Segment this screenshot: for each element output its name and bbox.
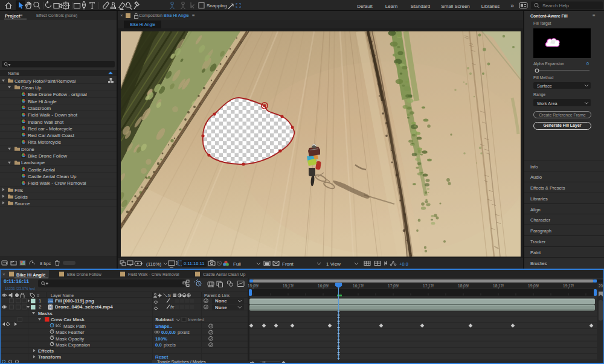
svg-text:Name: Name [8,71,19,75]
svg-text:0.0: 0.0 [155,342,162,348]
svg-text:16:17f: 16:17f [353,284,364,288]
svg-text:fx: fx [168,293,172,298]
svg-text:#: # [37,293,39,298]
svg-text:Full: Full [233,261,241,267]
svg-text:Mask Path: Mask Path [63,324,86,329]
svg-text:pixels: pixels [164,342,176,348]
svg-text:Reset: Reset [155,354,169,360]
svg-text:100%: 100% [155,336,167,342]
svg-text:Libraries: Libraries [481,4,500,9]
svg-text:2: 2 [39,304,42,310]
svg-text:Small Screen: Small Screen [441,4,470,9]
svg-text:Transform: Transform [38,354,61,360]
svg-text:18:17f: 18:17f [493,284,504,288]
svg-text:Masks: Masks [38,311,53,316]
svg-text:Learn: Learn [385,4,397,9]
svg-text:8 bpc: 8 bpc [40,261,51,266]
svg-text:Mask Opacity: Mask Opacity [56,336,84,342]
svg-text:Search Help: Search Help [542,3,570,8]
svg-text:Standard: Standard [411,4,430,9]
svg-text:Crew Car Mask: Crew Car Mask [51,317,85,322]
svg-text:0:11:16:11: 0:11:16:11 [184,261,204,266]
svg-text:Parent & Link: Parent & Link [204,293,230,298]
svg-text:Mask Expansion: Mask Expansion [56,342,90,348]
svg-text:Drone_0494_select4.mp4: Drone_0494_select4.mp4 [55,304,113,310]
svg-text:+0.0: +0.0 [399,261,408,267]
svg-text:Mask Feather: Mask Feather [56,330,85,335]
svg-text:(116%): (116%) [146,261,162,267]
svg-text:»: » [510,2,514,9]
svg-text:18:05f: 18:05f [458,284,469,288]
svg-text:Subtract: Subtract [155,317,174,322]
svg-text:Default: Default [357,4,373,9]
svg-text:None: None [215,305,227,310]
svg-text:Effects: Effects [38,348,54,354]
svg-text:1 View: 1 View [326,261,341,267]
svg-text:15:17f: 15:17f [283,284,294,288]
svg-text:17:05f: 17:05f [388,284,399,288]
svg-text:Front: Front [282,261,294,267]
svg-text:17:17f: 17:17f [423,284,434,288]
svg-text:19:05f: 19:05f [528,284,539,288]
svg-text:pixels: pixels [178,330,190,335]
svg-text:Fill [000-119].png: Fill [000-119].png [55,298,94,304]
svg-text:Inverted: Inverted [188,317,204,322]
svg-text:0.0,0.0: 0.0,0.0 [161,330,176,335]
svg-text:None: None [215,298,227,304]
svg-text:fx: fx [170,304,175,310]
svg-text:16:05f: 16:05f [318,284,329,288]
svg-text:15:05f: 15:05f [248,284,259,288]
svg-text:1: 1 [39,298,42,304]
svg-text:19:17f: 19:17f [563,284,574,288]
svg-text:Shape..: Shape.. [155,324,172,329]
svg-text:Snapping: Snapping [207,3,227,8]
